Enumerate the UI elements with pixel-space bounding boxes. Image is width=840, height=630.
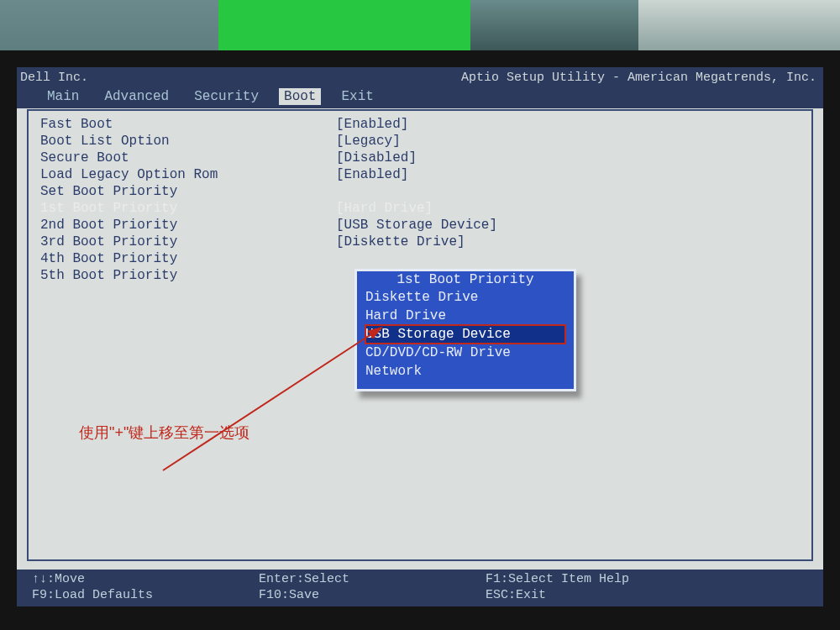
popup-option-highlighted[interactable]: USB Storage Device — [365, 325, 565, 344]
footer-hint: ESC:Exit — [486, 588, 662, 604]
ambient-bg — [638, 0, 840, 50]
setting-label: 2nd Boot Priority — [34, 217, 336, 234]
setting-value: [Enabled] — [336, 166, 408, 183]
bios-footer: ↑↓:Move Enter:Select F1:Select Item Help… — [17, 570, 823, 606]
setting-value: [USB Storage Device] — [336, 217, 497, 234]
settings-panel: Fast Boot[Enabled] Boot List Option[Lega… — [27, 109, 813, 561]
tab-advanced[interactable]: Advanced — [99, 88, 174, 105]
setting-label: 1st Boot Priority — [34, 200, 336, 217]
annotation-text: 使用"+"键上移至第一选项 — [79, 423, 249, 443]
popup-option[interactable]: Diskette Drive — [365, 288, 565, 307]
ambient-bg — [218, 0, 470, 50]
setting-value: [Legacy] — [336, 133, 401, 150]
bios-screen: Dell Inc. Aptio Setup Utility - American… — [17, 67, 823, 606]
setting-label: Set Boot Priority — [34, 183, 336, 200]
setting-row[interactable]: Fast Boot[Enabled] — [34, 116, 806, 133]
setting-label: 3rd Boot Priority — [34, 234, 336, 250]
footer-hint: F1:Select Item Help — [486, 572, 662, 588]
setting-label: Load Legacy Option Rom — [34, 166, 336, 183]
bios-tabs: Main Advanced Security Boot Exit — [17, 87, 823, 108]
setting-value: [Disabled] — [336, 150, 417, 166]
setting-row[interactable]: Set Boot Priority — [34, 183, 806, 200]
footer-hint: ↑↓:Move — [32, 572, 208, 588]
setting-value: [Hard Drive] — [336, 200, 433, 217]
tab-security[interactable]: Security — [189, 88, 264, 105]
tab-exit[interactable]: Exit — [336, 88, 378, 105]
popup-option[interactable]: Hard Drive — [365, 307, 565, 325]
boot-priority-popup: 1st Boot Priority Diskette Drive Hard Dr… — [354, 269, 576, 391]
setting-row[interactable]: Boot List Option[Legacy] — [34, 133, 806, 150]
popup-option[interactable]: CD/DVD/CD-RW Drive — [365, 344, 565, 362]
setting-value: [Enabled] — [336, 116, 408, 133]
setting-label: Fast Boot — [34, 116, 336, 133]
setting-label: 4th Boot Priority — [34, 250, 336, 267]
ambient-bg — [470, 0, 638, 50]
setting-row[interactable]: 2nd Boot Priority[USB Storage Device] — [34, 217, 806, 234]
ambient-bg — [0, 0, 218, 50]
setting-row[interactable]: Secure Boot[Disabled] — [34, 150, 806, 166]
footer-hint: F9:Load Defaults — [32, 588, 208, 604]
setting-row[interactable]: 3rd Boot Priority[Diskette Drive] — [34, 234, 806, 250]
setting-label: Boot List Option — [34, 133, 336, 150]
laptop-bezel: Dell Inc. Aptio Setup Utility - American… — [0, 50, 840, 630]
utility-title: Aptio Setup Utility - American Megatrend… — [461, 71, 816, 87]
tab-main[interactable]: Main — [42, 88, 84, 105]
footer-hint: Enter:Select — [259, 572, 435, 588]
setting-row[interactable]: Load Legacy Option Rom[Enabled] — [34, 166, 806, 183]
setting-label: 5th Boot Priority — [34, 267, 336, 284]
tab-boot[interactable]: Boot — [279, 88, 321, 105]
setting-label: Secure Boot — [34, 150, 336, 166]
footer-hint: F10:Save — [259, 588, 435, 604]
popup-title: 1st Boot Priority — [365, 271, 565, 288]
popup-option[interactable]: Network — [365, 362, 565, 381]
setting-value: [Diskette Drive] — [336, 234, 465, 250]
setting-row[interactable]: 4th Boot Priority — [34, 250, 806, 267]
setting-row-selected[interactable]: 1st Boot Priority[Hard Drive] — [34, 200, 806, 217]
